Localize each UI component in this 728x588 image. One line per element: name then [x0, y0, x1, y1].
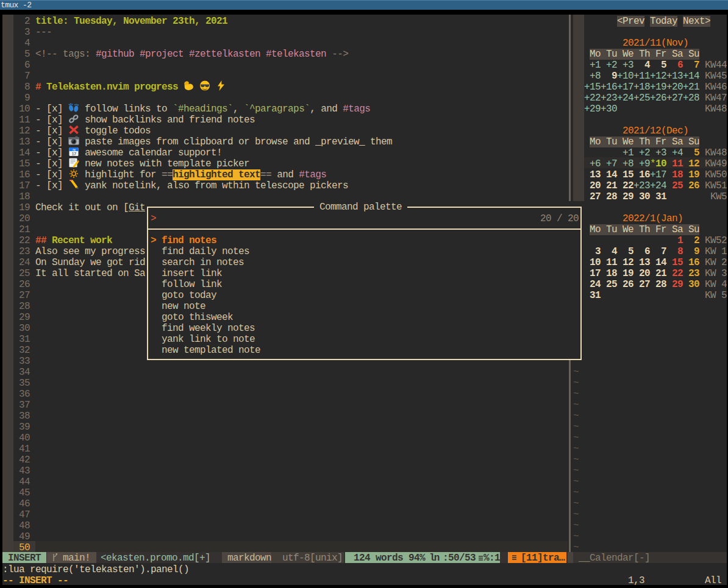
svg-text:17: 17	[71, 151, 76, 157]
